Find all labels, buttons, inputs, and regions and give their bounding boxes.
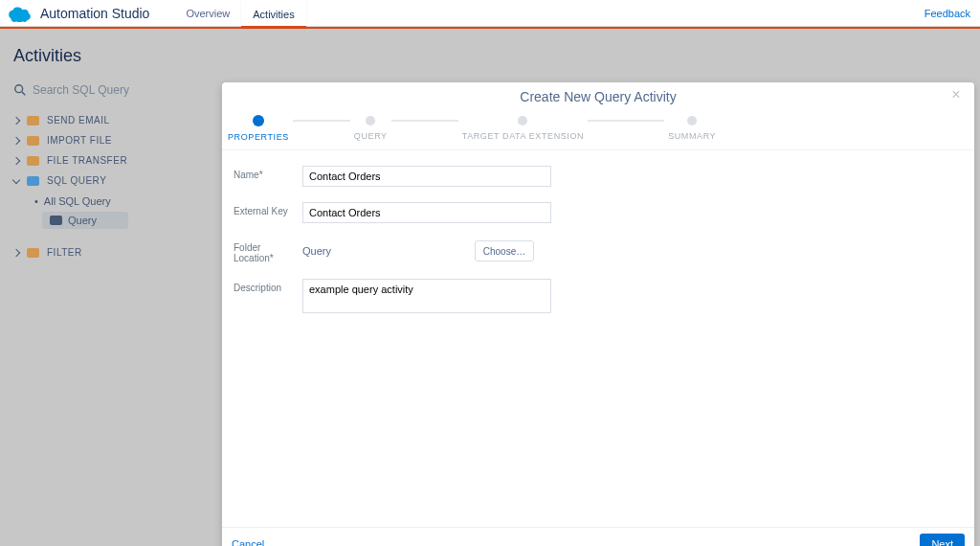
search-input[interactable] — [33, 83, 205, 97]
close-icon[interactable]: × — [947, 86, 965, 103]
chevron-right-icon — [12, 116, 20, 124]
feedback-link[interactable]: Feedback — [924, 0, 970, 27]
wizard-dot-icon — [518, 116, 527, 125]
folder-icon — [27, 116, 39, 125]
chevron-right-icon — [12, 248, 20, 256]
folder-icon — [27, 176, 39, 186]
wizard-step-summary[interactable]: SUMMARY — [668, 116, 716, 141]
description-textarea[interactable]: example query activity — [302, 279, 551, 313]
next-button[interactable]: Next — [920, 534, 965, 547]
name-input[interactable] — [302, 166, 551, 187]
create-query-modal: Create New Query Activity × PROPERTIES Q… — [222, 82, 974, 546]
wizard-dot-icon — [366, 116, 375, 125]
choose-folder-button[interactable]: Choose… — [475, 240, 534, 262]
svg-line-1 — [22, 92, 25, 95]
sidebar-item-label: SQL QUERY — [47, 175, 106, 186]
wizard-step-query[interactable]: QUERY — [354, 116, 388, 141]
salesforce-cloud-icon — [8, 5, 33, 22]
modal-title: Create New Query Activity — [520, 89, 676, 104]
sidebar-item-label: SEND EMAIL — [47, 115, 110, 125]
sidebar-item-label: FILE TRANSFER — [47, 155, 127, 166]
wizard-label: QUERY — [354, 131, 388, 141]
tab-overview[interactable]: Overview — [174, 0, 241, 27]
external-key-input[interactable] — [302, 202, 551, 223]
wizard-dot-icon — [253, 115, 264, 126]
sidebar-item-label: Query — [68, 215, 97, 226]
wizard-label: SUMMARY — [668, 131, 716, 141]
folder-location-label: Folder Location* — [234, 239, 302, 263]
modal-form: Name* External Key Folder Location* Quer… — [222, 156, 974, 527]
chevron-right-icon — [12, 136, 20, 144]
wizard-label: PROPERTIES — [228, 132, 289, 142]
wizard-dot-icon — [687, 116, 697, 125]
wizard-step-properties[interactable]: PROPERTIES — [228, 115, 289, 142]
external-key-label: External Key — [234, 202, 302, 216]
sidebar-item-query-folder[interactable]: Query — [42, 212, 128, 229]
modal-header: Create New Query Activity × — [222, 82, 974, 111]
folder-icon — [27, 156, 39, 166]
folder-icon — [50, 216, 62, 225]
chevron-right-icon — [12, 156, 20, 164]
svg-point-0 — [15, 85, 23, 93]
app-title: Automation Studio — [40, 6, 149, 21]
description-label: Description — [234, 279, 302, 293]
search-icon — [13, 83, 27, 97]
name-label: Name* — [234, 166, 302, 180]
wizard-progress: PROPERTIES QUERY TARGET DATA EXTENSION S… — [222, 111, 974, 146]
sidebar-item-label: IMPORT FILE — [47, 135, 112, 146]
folder-icon — [27, 136, 39, 146]
page-title: Activities — [0, 29, 980, 78]
app-header: Automation Studio Overview Activities Fe… — [0, 0, 980, 27]
sidebar-item-label: FILTER — [47, 247, 82, 258]
tab-activities[interactable]: Activities — [241, 1, 305, 28]
chevron-down-icon — [12, 175, 20, 183]
wizard-label: TARGET DATA EXTENSION — [462, 131, 584, 141]
folder-location-value: Query — [302, 245, 331, 257]
folder-icon — [27, 248, 39, 258]
modal-footer: Cancel Next — [222, 527, 974, 546]
cancel-button[interactable]: Cancel — [232, 538, 264, 547]
wizard-step-target[interactable]: TARGET DATA EXTENSION — [462, 116, 584, 141]
